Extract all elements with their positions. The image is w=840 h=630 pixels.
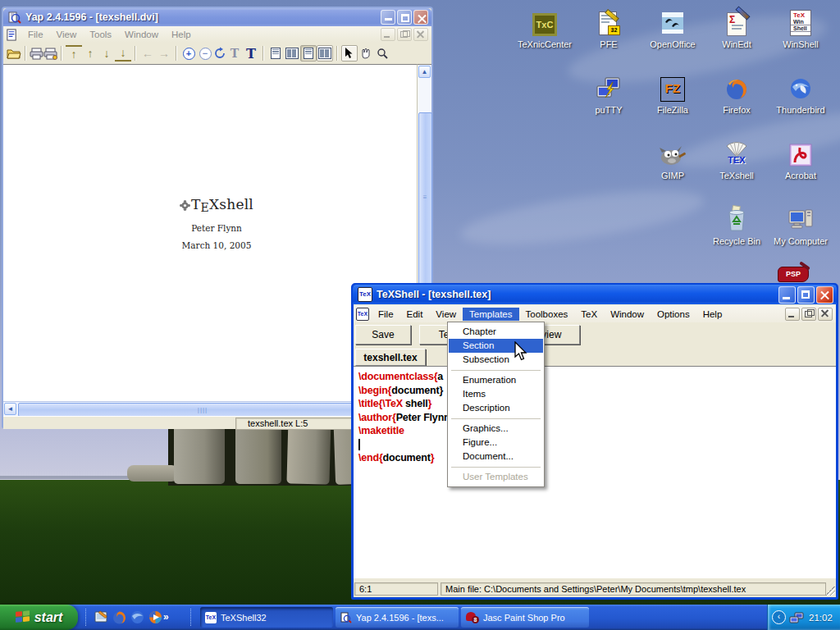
taskbar-button-yap[interactable]: Yap 2.4.1596 - [texs... <box>336 607 459 628</box>
desktop-icon-gimp[interactable]: GIMP <box>641 138 704 182</box>
texshell-close-button[interactable] <box>816 286 833 304</box>
last-page-icon[interactable]: ↓ <box>115 45 131 62</box>
psp-icon: PSP <box>778 264 810 282</box>
desktop-icon-winshell[interactable]: TeX Win Shell WinShell <box>769 7 832 51</box>
ts-menu-options[interactable]: Options <box>651 308 696 321</box>
desktop-icon-acrobat[interactable]: Acrobat <box>769 138 832 182</box>
texshell-task-icon: TeX <box>205 612 217 623</box>
quicklaunch-overflow-chevron-icon[interactable]: » <box>163 611 169 623</box>
menu-item-user-templates[interactable]: User Templates <box>449 470 543 484</box>
desktop-icon-pfe[interactable]: 32 PFE <box>578 7 640 51</box>
menu-item-figure[interactable]: Figure... <box>449 436 543 450</box>
menu-item-description[interactable]: Description <box>449 401 543 415</box>
desktop-icon-texshell[interactable]: TEX TeXshell <box>705 138 768 182</box>
menu-item-enumeration[interactable]: Enumeration <box>449 373 543 387</box>
ts-menu-view[interactable]: View <box>429 308 463 321</box>
yap-menubar: File View Tools Window Help <box>3 26 431 43</box>
menu-item-document[interactable]: Document... <box>449 450 543 463</box>
ruler-tool-icon[interactable]: T <box>226 45 243 62</box>
ts-menu-file[interactable]: File <box>372 308 400 321</box>
continuous-facing-view-icon[interactable] <box>317 45 333 62</box>
tab-texshell-tex[interactable]: texshell.tex <box>355 349 426 366</box>
desktop-icon-firefox[interactable]: Firefox <box>705 72 768 116</box>
zoom-out-icon[interactable]: − <box>197 45 213 62</box>
scroll-up-icon[interactable]: ▲ <box>418 66 431 78</box>
texshell-logo-glyph <box>180 200 190 211</box>
ts-menu-toolboxes[interactable]: Toolboxes <box>519 308 575 321</box>
ts-menu-tex[interactable]: TeX <box>574 308 604 321</box>
ts-menu-help[interactable]: Help <box>696 308 729 321</box>
yap-hscroll-thumb[interactable]: |||| <box>18 403 387 417</box>
first-page-icon[interactable]: ↑ <box>66 45 82 62</box>
yap-minimize-button[interactable] <box>381 10 395 25</box>
save-button[interactable]: Save <box>355 325 411 345</box>
zoom-in-icon[interactable]: + <box>180 45 197 62</box>
pointer-tool-icon[interactable] <box>341 45 358 62</box>
start-button[interactable]: start <box>0 605 78 630</box>
scroll-left-icon[interactable]: ◄ <box>4 403 16 415</box>
texshell-maximize-button[interactable] <box>797 286 815 304</box>
facing-pages-view-icon[interactable] <box>284 45 300 62</box>
ts-menu-templates[interactable]: Templates <box>463 308 518 321</box>
desktop-icon-texniccenter[interactable]: TxC TeXnicCenter <box>514 7 576 51</box>
thunderbird-quicklaunch-icon[interactable] <box>130 609 145 625</box>
single-page-view-icon[interactable] <box>267 45 284 62</box>
back-icon[interactable]: ← <box>139 45 156 62</box>
mdi-close-button[interactable] <box>818 308 833 321</box>
icon-label: TeXnicCenter <box>518 39 572 49</box>
desktop-icon-filezilla[interactable]: FZ FileZilla <box>641 72 704 116</box>
menu-item-items[interactable]: Items <box>449 387 543 401</box>
yap-menu-file[interactable]: File <box>21 30 50 39</box>
mdi-restore-button[interactable] <box>801 308 816 321</box>
yap-titlebar[interactable]: Yap 2.4.1596 - [texshell.dvi] <box>3 8 431 26</box>
thunderbird-icon <box>769 72 832 102</box>
next-page-icon[interactable]: ↓ <box>98 45 115 62</box>
mdi-minimize-button[interactable] <box>785 308 800 321</box>
desktop-icon-paint-shop-pro[interactable]: PSP <box>778 264 810 282</box>
menu-item-graphics[interactable]: Graphics... <box>449 422 543 436</box>
tray-collapse-chevron-icon[interactable]: ‹ <box>772 610 786 624</box>
desktop-icon-thunderbird[interactable]: Thunderbird <box>769 72 832 116</box>
yap-maximize-button[interactable] <box>397 10 412 25</box>
open-file-icon[interactable] <box>7 47 21 60</box>
toolbar-drag-handle[interactable] <box>85 609 89 626</box>
firefox-quicklaunch-icon[interactable] <box>112 609 127 625</box>
desktop-icon-putty[interactable]: puTTY <box>578 72 640 116</box>
texshell-minimize-button[interactable] <box>778 286 796 304</box>
continuous-view-icon[interactable] <box>300 45 317 62</box>
toolbar-drag-handle[interactable] <box>190 609 194 626</box>
previous-page-icon[interactable]: ↑ <box>82 45 98 62</box>
ts-menu-window[interactable]: Window <box>604 308 651 321</box>
desktop-icon-recycle-bin[interactable]: Recycle Bin <box>705 203 768 248</box>
yap-menu-view[interactable]: View <box>50 30 84 39</box>
texshell-titlebar[interactable]: TeX TeXShell - [texshell.tex] <box>353 285 837 304</box>
yap-menu-help[interactable]: Help <box>165 30 198 39</box>
show-desktop-icon[interactable] <box>94 609 109 625</box>
print-icon[interactable] <box>30 48 43 60</box>
text-tool-icon[interactable]: T <box>243 45 259 62</box>
editor-line: \author{Peter Flynn} <box>358 411 454 424</box>
desktop-icon-winedt[interactable]: Σ WinEdt <box>705 7 768 51</box>
hand-tool-icon[interactable] <box>358 45 374 62</box>
icon-label: PFE <box>600 39 617 49</box>
resize-grip[interactable] <box>825 586 835 596</box>
media-player-icon[interactable] <box>148 609 163 625</box>
ts-menu-edit[interactable]: Edit <box>400 308 430 321</box>
network-status-icon[interactable] <box>789 611 804 624</box>
yap-vscroll-thumb[interactable]: ≡ <box>418 112 432 286</box>
refresh-icon[interactable] <box>213 47 226 60</box>
yap-menu-window[interactable]: Window <box>118 30 165 39</box>
desktop-icon-my-computer[interactable]: My Computer <box>769 203 832 248</box>
texshell-menubar: TeX File Edit View Templates Toolboxes T… <box>354 305 836 323</box>
forward-icon[interactable]: → <box>156 45 172 62</box>
magnifier-tool-icon[interactable] <box>374 45 390 62</box>
editor-area[interactable]: \documentclass{a \begin{document} \title… <box>354 366 836 578</box>
taskbar-button-paint-shop-pro[interactable]: 8 Jasc Paint Shop Pro <box>461 607 589 628</box>
menu-item-chapter[interactable]: Chapter <box>449 325 543 339</box>
yap-close-button[interactable] <box>413 10 428 25</box>
yap-menu-tools[interactable]: Tools <box>83 30 118 39</box>
print-range-icon[interactable] <box>43 48 57 60</box>
task-label: Jasc Paint Shop Pro <box>483 613 565 623</box>
desktop-icon-openoffice[interactable]: OpenOffice <box>641 7 704 51</box>
taskbar-button-texshell32[interactable]: TeX TeXShell32 <box>200 607 333 628</box>
